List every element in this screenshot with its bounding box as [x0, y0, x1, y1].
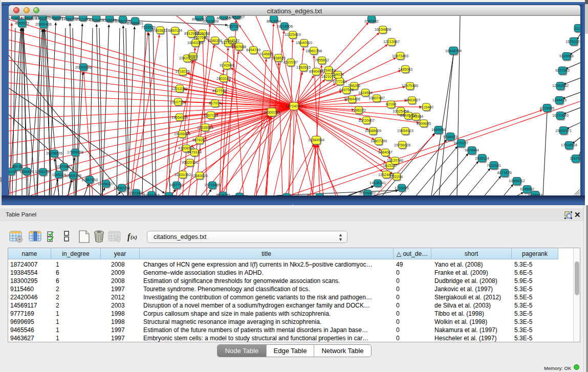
svg-text:9457791: 9457791	[169, 183, 184, 187]
svg-text:95320121: 95320121	[182, 160, 198, 165]
svg-text:1640954: 1640954	[431, 127, 446, 132]
svg-text:19654923: 19654923	[397, 128, 413, 133]
svg-text:16961758: 16961758	[306, 49, 322, 53]
svg-text:19384554: 19384554	[308, 138, 324, 142]
svg-text:7632621: 7632621	[487, 163, 501, 168]
svg-text:1145114: 1145114	[52, 172, 66, 177]
svg-text:7663822: 7663822	[153, 28, 167, 33]
svg-text:98961: 98961	[188, 54, 198, 58]
svg-text:8813054: 8813054	[267, 19, 281, 24]
svg-text:20709497: 20709497	[359, 191, 376, 195]
svg-text:1112: 1112	[575, 26, 580, 31]
svg-text:4903402: 4903402	[89, 18, 103, 23]
svg-text:19463627: 19463627	[404, 98, 420, 102]
svg-text:14136141: 14136141	[369, 181, 386, 185]
svg-text:5479144: 5479144	[187, 150, 202, 155]
svg-text:17359938: 17359938	[67, 150, 83, 155]
svg-text:7386372: 7386372	[352, 108, 366, 113]
svg-text:62160: 62160	[386, 102, 396, 106]
svg-text:10807487: 10807487	[368, 96, 385, 100]
svg-text:39154: 39154	[9, 169, 16, 174]
svg-text:12942757: 12942757	[35, 169, 51, 174]
svg-text:17016504: 17016504	[561, 143, 577, 147]
svg-text:10107553: 10107553	[170, 100, 186, 104]
svg-text:8215955: 8215955	[540, 106, 554, 111]
svg-text:13535594: 13535594	[197, 125, 213, 130]
svg-text:2694522: 2694522	[225, 38, 239, 43]
svg-text:16782759: 16782759	[114, 186, 130, 190]
svg-text:7350753: 7350753	[162, 194, 176, 195]
svg-text:1244415: 1244415	[552, 98, 567, 102]
svg-text:20206576: 20206576	[46, 151, 62, 156]
svg-text:20364436: 20364436	[344, 97, 360, 101]
svg-text:4823498: 4823498	[313, 195, 327, 195]
svg-text:81971316: 81971316	[143, 193, 160, 195]
svg-text:5918715: 5918715	[216, 193, 230, 195]
svg-text:2087682: 2087682	[364, 19, 379, 24]
svg-text:8186328: 8186328	[208, 38, 222, 43]
svg-text:20891406: 20891406	[35, 22, 52, 27]
svg-text:9474444: 9474444	[465, 148, 479, 152]
svg-text:1362615: 1362615	[296, 65, 311, 70]
svg-text:9329966: 9329966	[559, 54, 574, 58]
svg-text:42868828: 42868828	[20, 16, 37, 20]
svg-text:19166825: 19166825	[174, 132, 190, 136]
svg-text:9227343: 9227343	[555, 68, 570, 73]
svg-text:8099695: 8099695	[417, 121, 431, 126]
svg-text:9115460: 9115460	[419, 105, 433, 110]
svg-text:16648784: 16648784	[445, 49, 462, 53]
svg-text:6479197: 6479197	[454, 141, 468, 145]
svg-text:1615112: 1615112	[383, 163, 397, 168]
svg-text:8471676: 8471676	[497, 170, 512, 175]
svg-text:5938923: 5938923	[443, 135, 458, 139]
svg-text:9242848: 9242848	[220, 63, 234, 68]
svg-text:2343984: 2343984	[409, 114, 423, 119]
svg-text:2867608: 2867608	[232, 45, 246, 49]
svg-text:20053346: 20053346	[75, 65, 92, 70]
svg-text:16543382: 16543382	[187, 40, 204, 45]
svg-text:18724007: 18724007	[285, 104, 302, 108]
svg-text:10975887: 10975887	[56, 164, 72, 169]
svg-text:57683626: 57683626	[191, 173, 208, 178]
svg-text:10958127: 10958127	[98, 182, 114, 186]
svg-text:12975185: 12975185	[402, 83, 418, 88]
svg-text:2166941: 2166941	[279, 195, 294, 195]
svg-text:1624554: 1624554	[358, 91, 373, 95]
svg-text:12505135: 12505135	[65, 173, 81, 178]
svg-text:850 61: 850 61	[12, 164, 23, 169]
svg-text:7955812: 7955812	[315, 58, 329, 62]
svg-text:16210643: 16210643	[552, 113, 569, 118]
svg-text:794024: 794024	[332, 72, 344, 77]
svg-text:2571945: 2571945	[76, 17, 90, 21]
svg-text:19218506: 19218506	[276, 24, 293, 29]
svg-text:7357224: 7357224	[227, 24, 241, 29]
svg-text:12923446: 12923446	[128, 191, 144, 195]
svg-text:9777169: 9777169	[333, 79, 347, 84]
svg-text:252254: 252254	[390, 174, 403, 179]
svg-text:10688609: 10688609	[365, 128, 381, 133]
svg-text:9084067: 9084067	[378, 150, 393, 155]
svg-text:31831063: 31831063	[175, 172, 191, 177]
svg-text:18807299: 18807299	[371, 139, 387, 143]
svg-text:116753: 116753	[570, 156, 580, 161]
svg-text:8454749: 8454749	[246, 48, 260, 52]
svg-text:746266: 746266	[348, 83, 360, 88]
svg-text:1733426: 1733426	[395, 186, 409, 190]
svg-text:19654925: 19654925	[171, 115, 188, 120]
svg-text:15751074: 15751074	[565, 39, 580, 44]
svg-text:9876543: 9876543	[528, 193, 542, 195]
svg-text:6497508: 6497508	[339, 87, 354, 92]
svg-text:16720407: 16720407	[358, 118, 375, 123]
svg-text:16120746: 16120746	[387, 158, 403, 163]
svg-text:2935114: 2935114	[475, 156, 489, 161]
svg-text:4055572: 4055572	[15, 21, 29, 26]
svg-text:87490893: 87490893	[231, 194, 248, 195]
svg-text:10973493: 10973493	[392, 54, 408, 58]
svg-text:8860124: 8860124	[168, 28, 182, 33]
svg-text:19756928: 19756928	[394, 143, 410, 147]
svg-text:15640910: 15640910	[296, 40, 312, 45]
svg-text:3341057: 3341057	[35, 16, 50, 20]
svg-text:817004: 817004	[209, 101, 221, 105]
svg-text:8427552: 8427552	[212, 89, 227, 93]
svg-text:15692971: 15692971	[555, 128, 572, 133]
